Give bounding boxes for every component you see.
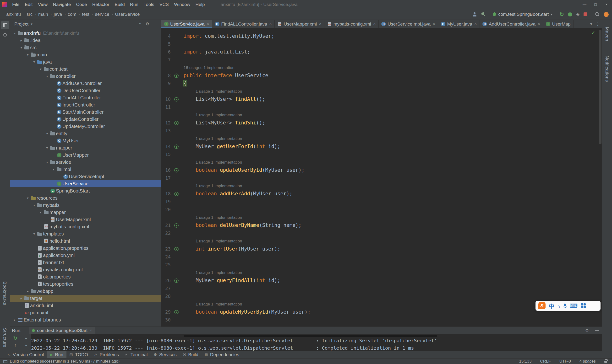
stop-button[interactable] bbox=[584, 13, 587, 16]
tree-item-java[interactable]: ▾java bbox=[10, 58, 161, 65]
breadcrumb-userservice[interactable]: UserService bbox=[115, 12, 140, 17]
menu-run[interactable]: Run bbox=[127, 0, 141, 9]
tree-chevron-icon[interactable]: ▾ bbox=[44, 74, 50, 78]
breadcrumb-main[interactable]: main bbox=[38, 12, 48, 17]
editor-tab-mybatis-config-xml[interactable]: </>mybatis-config.xml× bbox=[324, 20, 379, 28]
editor-tab-myuser-java[interactable]: CMyUser.java× bbox=[438, 20, 480, 28]
editor-tab-findallcontroller-java[interactable]: CFindALLController.java× bbox=[212, 20, 275, 28]
tree-chevron-icon[interactable]: ▾ bbox=[31, 232, 37, 236]
usages-hint[interactable]: 1 usage 1 implementation bbox=[194, 87, 242, 95]
keyboard-icon[interactable]: ⌨ bbox=[570, 303, 578, 309]
tree-item-pom-xml[interactable]: mpom.xml bbox=[10, 309, 161, 316]
tree-item-usermapper-xml[interactable]: </>UserMapper.xml bbox=[10, 216, 161, 223]
console-line-1[interactable]: 2022-05-22 17:20:46.129 INFO 15972 --- [… bbox=[31, 337, 612, 344]
tree-item-service[interactable]: ▾service bbox=[10, 159, 161, 166]
scrollbar-thumb[interactable] bbox=[599, 30, 601, 144]
editor[interactable]: 4import com.test.entity.MyUser;56import … bbox=[161, 28, 602, 326]
tab-close-icon[interactable]: × bbox=[433, 22, 435, 26]
tab-close-icon[interactable]: × bbox=[474, 22, 477, 26]
tree-item-controller[interactable]: ▾controller bbox=[10, 73, 161, 80]
tree-item-springbootstart[interactable]: CSpringBootStart bbox=[10, 187, 161, 195]
chevron-down-icon[interactable]: ▾ bbox=[31, 22, 32, 26]
editor-tab-usermapper-xml[interactable]: </>UserMapper.xml× bbox=[275, 20, 324, 28]
line-separator[interactable]: CRLF bbox=[540, 359, 551, 364]
rerun-button[interactable]: ↻ bbox=[10, 335, 21, 341]
tree-chevron-icon[interactable]: ▸ bbox=[25, 289, 31, 293]
hidden-tabs-icon[interactable]: ▾ bbox=[590, 22, 592, 26]
usages-hint[interactable]: 1 usage 1 implementation bbox=[194, 182, 242, 190]
tree-item-com-test[interactable]: ▾com.test bbox=[10, 65, 161, 73]
usages-hint[interactable]: 1 usage 1 implementation bbox=[194, 214, 242, 221]
tree-item-usermapper[interactable]: IUserMapper bbox=[10, 151, 161, 159]
menu-build[interactable]: Build bbox=[112, 0, 127, 9]
tab-close-icon[interactable]: × bbox=[207, 22, 209, 26]
tree-item-mybatis-config-xml[interactable]: </>mybatis-config.xml bbox=[10, 223, 161, 230]
usages-hint[interactable]: 16 usages 1 implementation bbox=[182, 64, 234, 72]
tree-item-delusercontroller[interactable]: CDelUserController bbox=[10, 87, 161, 94]
tree-chevron-icon[interactable]: ▾ bbox=[44, 132, 50, 135]
window-minimize-button[interactable]: — bbox=[579, 0, 590, 9]
tree-item-application-yml[interactable]: yapplication.yml bbox=[10, 252, 161, 259]
run-configuration-select[interactable]: com.test.SpringBootStart ▾ bbox=[490, 11, 555, 18]
maven-tool-button[interactable]: Maven bbox=[604, 27, 610, 41]
tool-button-terminal[interactable]: >_Terminal bbox=[122, 351, 151, 359]
tree-chevron-icon[interactable]: ▸ bbox=[12, 318, 18, 322]
tree-item-mapper[interactable]: ▾mapper bbox=[10, 209, 161, 216]
implemented-marker-icon[interactable]: ↓ bbox=[174, 310, 178, 314]
run-console-tab[interactable]: com.test.SpringBootStart × bbox=[29, 327, 95, 334]
window-close-button[interactable]: × bbox=[601, 0, 612, 9]
user-icon[interactable] bbox=[472, 12, 477, 17]
tab-close-icon[interactable]: × bbox=[373, 22, 376, 26]
tree-item-userserviceimpl[interactable]: CUserServiceImpl bbox=[10, 173, 161, 180]
tree-chevron-icon[interactable]: ▾ bbox=[12, 31, 18, 35]
menu-tools[interactable]: Tools bbox=[141, 0, 157, 9]
gear-icon[interactable]: ⚙ bbox=[146, 22, 149, 26]
notifications-tool-button[interactable]: Notifications bbox=[604, 56, 610, 82]
ime-toolbox-icon[interactable] bbox=[581, 303, 586, 308]
console[interactable]: 2022-05-22 17:20:46.129 INFO 15972 --- [… bbox=[31, 334, 612, 351]
tree-item-external-libraries[interactable]: ▸External Libraries bbox=[10, 316, 161, 323]
expand-icon[interactable]: » bbox=[21, 342, 31, 349]
commit-tool-button[interactable] bbox=[1, 31, 9, 39]
collapse-icon[interactable]: » bbox=[21, 335, 31, 341]
editor-tab-userservice-java[interactable]: IUserService.java× bbox=[161, 20, 212, 28]
tool-button-problems[interactable]: ⚠Problems bbox=[91, 351, 122, 359]
tree-item-insertcontroller[interactable]: CInsertController bbox=[10, 101, 161, 108]
tool-button-version-control[interactable]: ⌥Version Control bbox=[3, 351, 47, 359]
usages-hint[interactable]: 1 usage 1 implementation bbox=[194, 111, 242, 119]
tool-button-dependencies[interactable]: ▦Dependencies bbox=[202, 351, 242, 359]
implemented-marker-icon[interactable]: ↓ bbox=[174, 97, 178, 102]
tree-item-entity[interactable]: ▾entity bbox=[10, 130, 161, 137]
editor-scrollbar[interactable] bbox=[598, 28, 602, 326]
implemented-marker-icon[interactable]: ↓ bbox=[174, 192, 178, 196]
implemented-marker-icon[interactable]: ↓ bbox=[174, 247, 178, 251]
tree-item-src[interactable]: ▾src bbox=[10, 44, 161, 51]
tree-item-addusercontroller[interactable]: CAddUserController bbox=[10, 80, 161, 87]
hide-panel-icon[interactable]: — bbox=[153, 22, 158, 26]
rerun-button[interactable]: ↻ bbox=[559, 11, 564, 18]
tree-item-resources[interactable]: ▾resources bbox=[10, 195, 161, 202]
tree-item-mybatis[interactable]: ▾mybatis bbox=[10, 202, 161, 209]
implemented-marker-icon[interactable]: ↓ bbox=[174, 278, 178, 283]
usages-hint[interactable]: 1 usage 1 implementation bbox=[194, 300, 242, 308]
menu-view[interactable]: View bbox=[35, 0, 50, 9]
breadcrumb-com[interactable]: com bbox=[68, 12, 76, 17]
menu-refactor[interactable]: Refactor bbox=[90, 0, 112, 9]
tree-chevron-icon[interactable]: ▾ bbox=[25, 196, 31, 200]
gear-icon[interactable]: ⚙ bbox=[585, 328, 589, 333]
tree-chevron-icon[interactable]: ▸ bbox=[18, 39, 24, 42]
tree-item-banner-txt[interactable]: ≡banner.txt bbox=[10, 259, 161, 266]
implemented-marker-icon[interactable]: ↓ bbox=[174, 121, 178, 125]
tab-close-icon[interactable]: × bbox=[269, 22, 272, 26]
implemented-marker-icon[interactable]: ↓ bbox=[174, 168, 178, 172]
usages-hint[interactable]: 1 usage 1 implementation bbox=[194, 135, 242, 143]
menu-vcs[interactable]: VCS bbox=[157, 0, 171, 9]
menu-window[interactable]: Window bbox=[171, 0, 193, 9]
tree-item-templates[interactable]: ▾templates bbox=[10, 230, 161, 237]
locate-file-icon[interactable]: ⌖ bbox=[139, 22, 141, 26]
editor-tab-usermap[interactable]: IUserMap bbox=[543, 20, 573, 28]
coverage-button[interactable]: ◈ bbox=[576, 12, 580, 17]
breadcrumb-src[interactable]: src bbox=[27, 12, 32, 17]
ide-update-icon[interactable]: ↑ bbox=[604, 12, 609, 17]
build-hammer-icon[interactable] bbox=[481, 12, 486, 17]
